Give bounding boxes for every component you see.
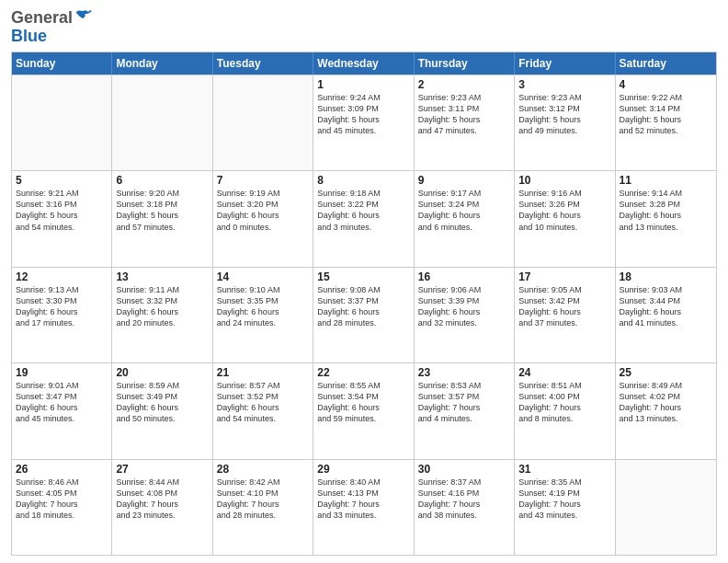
calendar-day-12: 12Sunrise: 9:13 AM Sunset: 3:30 PM Dayli… (12, 268, 112, 362)
day-info: Sunrise: 9:10 AM Sunset: 3:35 PM Dayligh… (217, 284, 309, 329)
calendar-day-6: 6Sunrise: 9:20 AM Sunset: 3:18 PM Daylig… (112, 171, 212, 266)
calendar-day-3: 3Sunrise: 9:23 AM Sunset: 3:12 PM Daylig… (515, 75, 615, 170)
day-info: Sunrise: 9:14 AM Sunset: 3:28 PM Dayligh… (620, 188, 712, 233)
day-number: 25 (620, 366, 712, 379)
day-info: Sunrise: 8:42 AM Sunset: 4:10 PM Dayligh… (217, 477, 309, 522)
day-info: Sunrise: 9:03 AM Sunset: 3:44 PM Dayligh… (620, 284, 712, 329)
calendar-day-27: 27Sunrise: 8:44 AM Sunset: 4:08 PM Dayli… (112, 460, 212, 555)
day-number: 22 (317, 366, 409, 379)
calendar-day-20: 20Sunrise: 8:59 AM Sunset: 3:49 PM Dayli… (112, 363, 212, 458)
calendar-day-18: 18Sunrise: 9:03 AM Sunset: 3:44 PM Dayli… (616, 268, 716, 362)
day-number: 12 (16, 270, 108, 283)
day-info: Sunrise: 8:53 AM Sunset: 3:57 PM Dayligh… (418, 380, 510, 425)
day-number: 31 (518, 463, 610, 476)
day-number: 4 (620, 78, 712, 91)
day-number: 3 (518, 78, 610, 91)
calendar-week-4: 19Sunrise: 9:01 AM Sunset: 3:47 PM Dayli… (12, 362, 716, 458)
day-number: 20 (116, 366, 208, 379)
day-info: Sunrise: 9:05 AM Sunset: 3:42 PM Dayligh… (518, 284, 610, 329)
day-info: Sunrise: 8:35 AM Sunset: 4:19 PM Dayligh… (518, 477, 610, 522)
day-number: 28 (217, 463, 309, 476)
day-info: Sunrise: 9:13 AM Sunset: 3:30 PM Dayligh… (16, 284, 108, 329)
weekday-header-friday: Friday (515, 52, 615, 75)
calendar-day-2: 2Sunrise: 9:23 AM Sunset: 3:11 PM Daylig… (415, 75, 515, 170)
calendar-day-28: 28Sunrise: 8:42 AM Sunset: 4:10 PM Dayli… (213, 460, 313, 555)
calendar-day-19: 19Sunrise: 9:01 AM Sunset: 3:47 PM Dayli… (12, 363, 112, 458)
day-number: 23 (418, 366, 510, 379)
day-number: 14 (217, 270, 309, 283)
day-number: 27 (116, 463, 208, 476)
day-number: 24 (518, 366, 610, 379)
day-number: 15 (317, 270, 409, 283)
day-number: 8 (317, 174, 409, 187)
weekday-header-monday: Monday (112, 52, 212, 75)
day-info: Sunrise: 8:40 AM Sunset: 4:13 PM Dayligh… (317, 477, 409, 522)
calendar-day-17: 17Sunrise: 9:05 AM Sunset: 3:42 PM Dayli… (515, 268, 615, 362)
calendar-week-5: 26Sunrise: 8:46 AM Sunset: 4:05 PM Dayli… (12, 459, 716, 555)
day-info: Sunrise: 9:22 AM Sunset: 3:14 PM Dayligh… (620, 92, 712, 137)
day-info: Sunrise: 9:06 AM Sunset: 3:39 PM Dayligh… (418, 284, 510, 329)
weekday-header-wednesday: Wednesday (313, 52, 414, 75)
calendar-day-5: 5Sunrise: 9:21 AM Sunset: 3:16 PM Daylig… (12, 171, 112, 266)
calendar-day-15: 15Sunrise: 9:08 AM Sunset: 3:37 PM Dayli… (313, 268, 414, 362)
day-number: 19 (16, 366, 108, 379)
page: General Blue SundayMondayTuesdayWednesda… (0, 0, 728, 563)
calendar: SundayMondayTuesdayWednesdayThursdayFrid… (11, 52, 717, 556)
day-number: 11 (620, 174, 712, 187)
calendar-day-8: 8Sunrise: 9:18 AM Sunset: 3:22 PM Daylig… (313, 171, 414, 266)
logo-general-text: General (11, 9, 73, 28)
day-number: 17 (518, 270, 610, 283)
calendar-week-2: 5Sunrise: 9:21 AM Sunset: 3:16 PM Daylig… (12, 170, 716, 266)
calendar-day-31: 31Sunrise: 8:35 AM Sunset: 4:19 PM Dayli… (515, 460, 615, 555)
logo-bird-icon (74, 7, 92, 26)
day-number: 16 (418, 270, 510, 283)
weekday-header-sunday: Sunday (12, 52, 112, 75)
calendar-day-21: 21Sunrise: 8:57 AM Sunset: 3:52 PM Dayli… (213, 363, 313, 458)
day-info: Sunrise: 9:23 AM Sunset: 3:11 PM Dayligh… (418, 92, 510, 137)
day-info: Sunrise: 9:20 AM Sunset: 3:18 PM Dayligh… (116, 188, 208, 233)
day-info: Sunrise: 9:23 AM Sunset: 3:12 PM Dayligh… (518, 92, 610, 137)
calendar-day-4: 4Sunrise: 9:22 AM Sunset: 3:14 PM Daylig… (616, 75, 716, 170)
calendar-empty-cell (112, 75, 212, 170)
day-info: Sunrise: 8:44 AM Sunset: 4:08 PM Dayligh… (116, 477, 208, 522)
day-number: 1 (317, 78, 409, 91)
weekday-header-tuesday: Tuesday (213, 52, 313, 75)
calendar-header: SundayMondayTuesdayWednesdayThursdayFrid… (12, 52, 716, 75)
weekday-header-thursday: Thursday (415, 52, 515, 75)
logo: General Blue (11, 9, 92, 46)
calendar-day-23: 23Sunrise: 8:53 AM Sunset: 3:57 PM Dayli… (415, 363, 515, 458)
day-number: 18 (620, 270, 712, 283)
calendar-day-24: 24Sunrise: 8:51 AM Sunset: 4:00 PM Dayli… (515, 363, 615, 458)
day-info: Sunrise: 9:16 AM Sunset: 3:26 PM Dayligh… (518, 188, 610, 233)
day-number: 2 (418, 78, 510, 91)
day-info: Sunrise: 9:08 AM Sunset: 3:37 PM Dayligh… (317, 284, 409, 329)
day-info: Sunrise: 9:19 AM Sunset: 3:20 PM Dayligh… (217, 188, 309, 233)
calendar-day-22: 22Sunrise: 8:55 AM Sunset: 3:54 PM Dayli… (313, 363, 414, 458)
day-info: Sunrise: 9:17 AM Sunset: 3:24 PM Dayligh… (418, 188, 510, 233)
day-info: Sunrise: 9:18 AM Sunset: 3:22 PM Dayligh… (317, 188, 409, 233)
day-info: Sunrise: 9:24 AM Sunset: 3:09 PM Dayligh… (317, 92, 409, 137)
calendar-day-11: 11Sunrise: 9:14 AM Sunset: 3:28 PM Dayli… (616, 171, 716, 266)
calendar-day-29: 29Sunrise: 8:40 AM Sunset: 4:13 PM Dayli… (313, 460, 414, 555)
day-info: Sunrise: 9:11 AM Sunset: 3:32 PM Dayligh… (116, 284, 208, 329)
day-number: 26 (16, 463, 108, 476)
day-info: Sunrise: 8:57 AM Sunset: 3:52 PM Dayligh… (217, 380, 309, 425)
day-number: 30 (418, 463, 510, 476)
day-info: Sunrise: 8:51 AM Sunset: 4:00 PM Dayligh… (518, 380, 610, 425)
calendar-day-26: 26Sunrise: 8:46 AM Sunset: 4:05 PM Dayli… (12, 460, 112, 555)
calendar-empty-cell (12, 75, 112, 170)
day-info: Sunrise: 8:49 AM Sunset: 4:02 PM Dayligh… (620, 380, 712, 425)
calendar-day-25: 25Sunrise: 8:49 AM Sunset: 4:02 PM Dayli… (616, 363, 716, 458)
calendar-day-9: 9Sunrise: 9:17 AM Sunset: 3:24 PM Daylig… (415, 171, 515, 266)
calendar-day-1: 1Sunrise: 9:24 AM Sunset: 3:09 PM Daylig… (313, 75, 414, 170)
calendar-day-30: 30Sunrise: 8:37 AM Sunset: 4:16 PM Dayli… (415, 460, 515, 555)
day-info: Sunrise: 8:59 AM Sunset: 3:49 PM Dayligh… (116, 380, 208, 425)
calendar-week-3: 12Sunrise: 9:13 AM Sunset: 3:30 PM Dayli… (12, 267, 716, 362)
header: General Blue (11, 9, 717, 46)
day-info: Sunrise: 9:01 AM Sunset: 3:47 PM Dayligh… (16, 380, 108, 425)
calendar-day-14: 14Sunrise: 9:10 AM Sunset: 3:35 PM Dayli… (213, 268, 313, 362)
calendar-day-10: 10Sunrise: 9:16 AM Sunset: 3:26 PM Dayli… (515, 171, 615, 266)
calendar-day-7: 7Sunrise: 9:19 AM Sunset: 3:20 PM Daylig… (213, 171, 313, 266)
calendar-body: 1Sunrise: 9:24 AM Sunset: 3:09 PM Daylig… (12, 75, 716, 555)
day-number: 10 (518, 174, 610, 187)
